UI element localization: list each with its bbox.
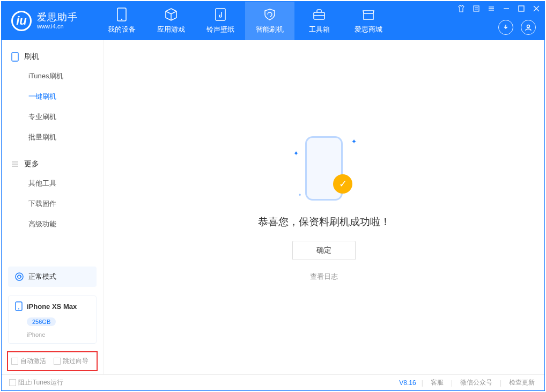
checkbox-skip-wizard[interactable]: 跳过向导 (54, 357, 88, 366)
checkbox-auto-activate[interactable]: 自动激活 (11, 357, 46, 366)
success-message: 恭喜您，保资料刷机成功啦！ (258, 215, 390, 229)
minimize-button[interactable] (503, 5, 510, 12)
brand-name: 爱思助手 (37, 12, 78, 24)
sidebar-group-title: 刷机 (24, 52, 39, 62)
customer-service-link[interactable]: 客服 (429, 378, 446, 387)
close-button[interactable] (533, 5, 540, 12)
wechat-link[interactable]: 微信公众号 (458, 378, 495, 387)
sidebar-item-oneclick-flash[interactable]: 一键刷机 (2, 86, 103, 107)
svg-rect-15 (12, 53, 18, 61)
note-icon[interactable] (473, 5, 480, 12)
titlebar: iu 爱思助手 www.i4.cn 我的设备 应用游戏 铃声壁纸 智能刷机 (2, 2, 544, 40)
sidebar-item-pro-flash[interactable]: 专业刷机 (2, 107, 103, 127)
svg-point-14 (527, 25, 530, 28)
success-illustration: ✦ ✦ • ✓ (289, 134, 359, 203)
phone-icon (115, 8, 129, 21)
mode-label: 正常模式 (28, 272, 56, 282)
sync-icon (14, 272, 24, 282)
device-name: iPhone XS Max (27, 302, 77, 310)
refresh-shield-icon (263, 8, 277, 21)
logo-area: iu 爱思助手 www.i4.cn (2, 11, 87, 31)
ok-button[interactable]: 确定 (292, 241, 356, 260)
nav-label: 智能刷机 (256, 25, 284, 34)
svg-point-20 (17, 276, 18, 277)
main-content: ✦ ✦ • ✓ 恭喜您，保资料刷机成功啦！ 确定 查看日志 (104, 40, 544, 374)
checkmark-badge-icon: ✓ (333, 174, 352, 194)
options-highlight-box: 自动激活 跳过向导 (7, 351, 98, 371)
user-button[interactable] (521, 20, 536, 35)
sidebar-group-flash: 刷机 (2, 48, 103, 66)
toolbox-icon (312, 8, 326, 21)
mode-box[interactable]: 正常模式 (8, 267, 97, 287)
nav-store[interactable]: 爱思商城 (344, 2, 393, 40)
view-log-link[interactable]: 查看日志 (310, 272, 338, 282)
sidebar-item-advanced[interactable]: 高级功能 (2, 214, 103, 234)
device-storage-badge: 256GB (27, 317, 56, 326)
nav-ringtones-wallpapers[interactable]: 铃声壁纸 (196, 2, 245, 40)
phone-outline-icon (11, 52, 19, 62)
nav-toolbox[interactable]: 工具箱 (294, 2, 344, 40)
svg-point-1 (121, 19, 122, 20)
device-icon (15, 301, 23, 311)
svg-point-23 (18, 308, 19, 309)
svg-point-21 (20, 276, 21, 277)
tshirt-icon[interactable] (458, 5, 465, 12)
music-file-icon (213, 8, 227, 21)
maximize-button[interactable] (518, 5, 525, 12)
brand-url: www.i4.cn (37, 23, 78, 30)
list-icon (11, 160, 19, 168)
statusbar: 阻止iTunes运行 V8.16 | 客服 | 微信公众号 | 检查更新 (2, 374, 544, 390)
version-label: V8.16 (399, 379, 416, 387)
sparkle-icon: ✦ (351, 138, 357, 145)
svg-rect-4 (474, 6, 479, 11)
download-button[interactable] (498, 20, 513, 35)
check-update-link[interactable]: 检查更新 (507, 378, 537, 387)
svg-rect-11 (519, 6, 524, 11)
svg-rect-2 (216, 9, 225, 20)
menu-icon[interactable] (488, 5, 495, 12)
device-type: iPhone (27, 331, 45, 338)
nav-label: 爱思商城 (355, 25, 382, 34)
sparkle-icon: ✦ (293, 150, 299, 157)
checkbox-block-itunes[interactable]: 阻止iTunes运行 (9, 378, 63, 387)
sidebar-item-batch-flash[interactable]: 批量刷机 (2, 127, 103, 147)
nav-label: 我的设备 (108, 25, 136, 34)
sidebar: 刷机 iTunes刷机 一键刷机 专业刷机 批量刷机 更多 其他工具 下载固件 … (2, 40, 104, 374)
nav-label: 工具箱 (309, 25, 330, 34)
nav-my-device[interactable]: 我的设备 (97, 2, 146, 40)
cube-icon (164, 8, 178, 21)
nav-label: 应用游戏 (157, 25, 185, 34)
sidebar-item-itunes-flash[interactable]: iTunes刷机 (2, 66, 103, 86)
nav-apps-games[interactable]: 应用游戏 (146, 2, 196, 40)
sidebar-group-more: 更多 (2, 155, 103, 173)
svg-point-19 (16, 273, 23, 280)
sidebar-item-download-firmware[interactable]: 下载固件 (2, 194, 103, 214)
device-box[interactable]: iPhone XS Max 256GB iPhone (8, 295, 97, 344)
sidebar-item-other-tools[interactable]: 其他工具 (2, 173, 103, 194)
nav-label: 铃声壁纸 (206, 25, 234, 34)
sidebar-group-title: 更多 (24, 159, 39, 169)
sparkle-icon: • (299, 191, 301, 199)
nav-smart-flash[interactable]: 智能刷机 (245, 2, 294, 40)
store-icon (361, 8, 375, 21)
logo-icon: iu (11, 11, 32, 31)
